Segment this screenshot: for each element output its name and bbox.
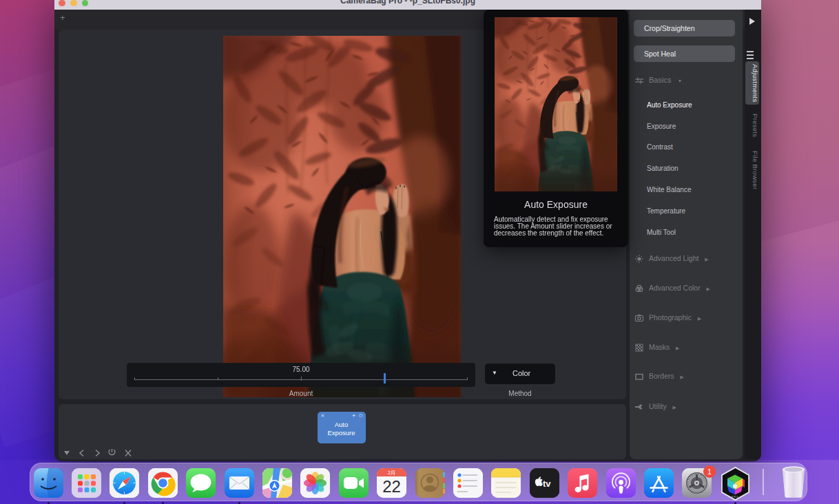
svg-text:2月: 2月 bbox=[388, 470, 395, 476]
svg-text:22: 22 bbox=[382, 477, 401, 496]
svg-text:PRO: PRO bbox=[732, 495, 738, 498]
svg-text:1: 1 bbox=[707, 468, 712, 476]
svg-text:tv: tv bbox=[543, 479, 551, 489]
